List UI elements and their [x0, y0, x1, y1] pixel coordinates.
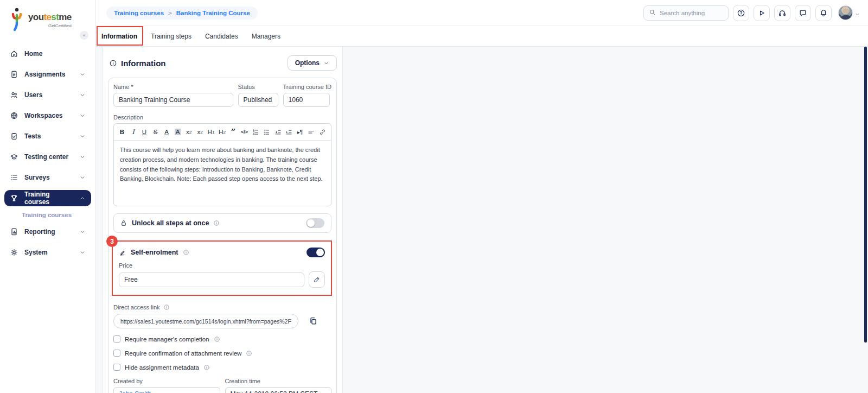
align-button[interactable] [307, 126, 316, 137]
sidebar-item-label: Reporting [24, 228, 55, 236]
price-field[interactable] [119, 272, 304, 287]
search-input[interactable] [660, 10, 719, 16]
unordered-list-button[interactable] [263, 126, 271, 137]
sidebar-item-system[interactable]: System [4, 244, 91, 261]
chevron-down-icon [79, 71, 86, 78]
course-id-label: Training course ID [283, 84, 331, 90]
pencil-icon [313, 276, 321, 283]
bold-button[interactable]: B [118, 126, 126, 137]
sidebar-item-training-courses[interactable]: Training courses [4, 190, 91, 206]
avatar[interactable] [838, 5, 853, 20]
sidebar-item-testing-center[interactable]: Testing center [4, 149, 91, 165]
chevron-down-icon [79, 154, 86, 160]
link-button[interactable] [318, 126, 327, 137]
main-column: Training courses > Banking Training Cour… [96, 0, 868, 393]
underline-button[interactable]: U [140, 126, 149, 137]
support-button[interactable] [774, 5, 790, 21]
vertical-scrollbar[interactable] [864, 47, 867, 343]
unlock-all-steps-toggle[interactable] [306, 218, 324, 228]
header-icon-buttons [733, 5, 832, 21]
testing-center-icon [10, 153, 18, 161]
sidebar: youtestme GetCertified « Home Assignment… [0, 0, 96, 393]
sidebar-item-workspaces[interactable]: Workspaces [4, 107, 91, 124]
breadcrumb-course-name[interactable]: Banking Training Course [176, 10, 250, 16]
created-by-link[interactable]: John Smith [119, 390, 151, 393]
sidebar-item-assignments[interactable]: Assignments [4, 66, 91, 83]
self-enrolment-toggle[interactable] [307, 248, 325, 257]
status-value: Published [238, 93, 278, 107]
sidebar-item-home[interactable]: Home [4, 46, 91, 62]
user-menu[interactable] [838, 5, 860, 20]
collapse-sidebar-button[interactable]: « [80, 31, 88, 40]
notifications-button[interactable] [815, 5, 832, 21]
sidebar-item-surveys[interactable]: Surveys [4, 169, 91, 186]
tab-candidates[interactable]: Candidates [205, 33, 239, 40]
brand-logo-icon [10, 8, 25, 33]
checkbox-row: Hide assignment metadata [113, 364, 331, 371]
outdent-button[interactable] [273, 126, 282, 137]
indent-button[interactable] [285, 126, 293, 137]
subscript-button[interactable]: x2 [184, 126, 193, 137]
italic-button[interactable]: I [129, 126, 138, 137]
paragraph-button[interactable]: ▸¶ [296, 126, 304, 137]
self-enrolment-label: Self-enrolment [131, 249, 178, 256]
sidebar-item-label: System [24, 249, 48, 256]
checkbox-hide-assignment-metadata[interactable] [113, 364, 120, 371]
ordered-list-button[interactable] [251, 126, 260, 137]
description-label: Description [113, 114, 331, 121]
blockquote-button[interactable]: ” [229, 126, 238, 137]
sidebar-subitem-training-courses[interactable]: Training courses [0, 206, 95, 219]
copy-icon [309, 316, 318, 326]
tab-training-steps[interactable]: Training steps [150, 33, 192, 40]
highlight-button[interactable]: A [174, 126, 182, 137]
unlock-icon [120, 219, 127, 227]
tab-managers[interactable]: Managers [251, 33, 281, 40]
checkbox-row: Require manager's completion [113, 335, 331, 343]
name-field[interactable] [113, 93, 233, 107]
training-courses-icon [10, 194, 18, 202]
course-id-value: 1060 [283, 93, 330, 107]
assignments-icon [10, 70, 18, 79]
checkbox-require-manager-s-completion[interactable] [113, 335, 120, 343]
help-button[interactable] [733, 5, 749, 21]
clear-format-button[interactable]: Tx [329, 126, 332, 137]
app-window: youtestme GetCertified « Home Assignment… [0, 0, 868, 393]
tab-information[interactable]: Information [101, 33, 138, 40]
name-label: Name * [113, 84, 233, 90]
direct-access-link-field[interactable] [113, 314, 298, 328]
superscript-button[interactable]: x2 [196, 126, 205, 137]
search-icon [649, 8, 656, 18]
sidebar-item-users[interactable]: Users [4, 87, 91, 103]
walkthrough-button[interactable] [754, 5, 770, 21]
sidebar-item-tests[interactable]: Tests [4, 128, 91, 144]
options-button[interactable]: Options [288, 55, 337, 71]
sidebar-item-reporting[interactable]: Reporting [4, 224, 91, 240]
breadcrumb-training-courses[interactable]: Training courses [114, 10, 164, 16]
text-color-button[interactable]: A [162, 126, 171, 137]
top-bar: Training courses > Banking Training Cour… [96, 0, 868, 26]
chevron-down-icon [79, 133, 86, 140]
copy-link-button[interactable] [307, 315, 319, 327]
global-search[interactable] [643, 5, 729, 21]
sidebar-item-label: Workspaces [24, 112, 62, 119]
information-panel: Information Options Name * St [102, 47, 343, 393]
sidebar-item-label: Surveys [24, 174, 50, 181]
editor-toolbar: BIUSAAx2x2H1H2”</>▸¶Tx [114, 124, 331, 141]
breadcrumb: Training courses > Banking Training Cour… [106, 7, 258, 20]
description-text[interactable]: This course will help you learn more abo… [114, 141, 331, 206]
users-icon [10, 91, 18, 99]
unlock-all-steps-row: Unlock all steps at once [113, 213, 331, 233]
brand-subtitle: GetCertified [28, 23, 72, 28]
h2-button[interactable]: H2 [218, 126, 227, 137]
edit-price-button[interactable] [309, 271, 325, 288]
chat-button[interactable] [795, 5, 811, 21]
h1-button[interactable]: H1 [207, 126, 215, 137]
checkbox-require-confirmation-of-attachment-review[interactable] [113, 350, 120, 357]
chevron-down-icon [79, 174, 86, 181]
info-icon [109, 59, 117, 67]
info-icon [163, 304, 170, 310]
code-button[interactable]: </> [240, 126, 249, 137]
help-icon [737, 9, 745, 17]
reporting-icon [10, 227, 18, 236]
strikethrough-button[interactable]: S [151, 126, 160, 137]
